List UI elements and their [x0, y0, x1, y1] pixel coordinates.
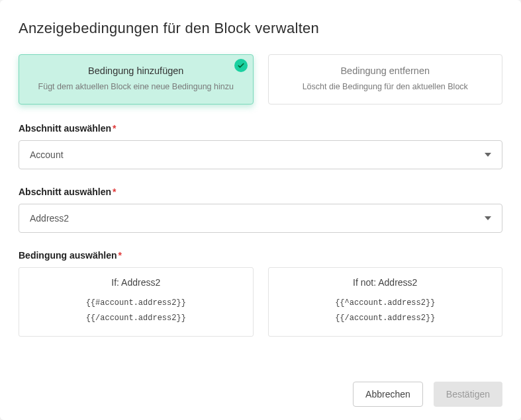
- modal-footer: Abbrechen Bestätigen: [353, 382, 502, 407]
- select-section-2-value: Address2: [30, 213, 69, 224]
- field-section-1-label-text: Abschnitt auswählen: [19, 123, 111, 134]
- modal-title: Anzeigebedingungen für den Block verwalt…: [19, 20, 502, 37]
- condition-options-row: If: Address2 {{#account.address2}} {{/ac…: [19, 267, 502, 337]
- select-section-2[interactable]: Address2: [19, 204, 502, 233]
- chevron-down-icon: [485, 153, 491, 157]
- field-condition-label-text: Bedingung auswählen: [19, 250, 117, 261]
- option-remove-condition[interactable]: Bedingung entfernen Löscht die Bedingung…: [268, 54, 503, 105]
- required-asterisk: *: [118, 250, 122, 261]
- condition-ifnot[interactable]: If not: Address2 {{^account.address2}} {…: [268, 267, 503, 337]
- select-section-1[interactable]: Account: [19, 140, 502, 169]
- condition-if[interactable]: If: Address2 {{#account.address2}} {{/ac…: [19, 267, 254, 337]
- manage-conditions-modal: Anzeigebedingungen für den Block verwalt…: [0, 0, 521, 420]
- required-asterisk: *: [113, 187, 116, 197]
- chevron-down-icon: [485, 216, 491, 220]
- option-remove-desc: Löscht die Bedingung für den aktuellen B…: [281, 81, 491, 93]
- option-add-title: Bedingung hinzufügen: [31, 65, 241, 76]
- field-section-1: Abschnitt auswählen* Account: [19, 123, 502, 169]
- condition-ifnot-code: {{^account.address2}} {{/account.address…: [275, 296, 496, 326]
- condition-ifnot-title: If not: Address2: [275, 277, 496, 288]
- field-section-2-label-text: Abschnitt auswählen: [19, 187, 111, 197]
- field-section-2-label: Abschnitt auswählen*: [19, 187, 502, 197]
- condition-if-title: If: Address2: [26, 277, 246, 288]
- field-condition: Bedingung auswählen* If: Address2 {{#acc…: [19, 250, 502, 337]
- field-section-2: Abschnitt auswählen* Address2: [19, 187, 502, 233]
- option-add-condition[interactable]: Bedingung hinzufügen Fügt dem aktuellen …: [19, 54, 254, 105]
- condition-if-code: {{#account.address2}} {{/account.address…: [26, 296, 246, 326]
- required-asterisk: *: [113, 123, 116, 134]
- confirm-button[interactable]: Bestätigen: [434, 382, 502, 407]
- option-row: Bedingung hinzufügen Fügt dem aktuellen …: [19, 54, 502, 105]
- field-section-1-label: Abschnitt auswählen*: [19, 123, 502, 134]
- select-section-1-value: Account: [30, 149, 64, 160]
- cancel-button[interactable]: Abbrechen: [353, 382, 423, 407]
- option-remove-title: Bedingung entfernen: [281, 65, 491, 76]
- check-icon: [234, 59, 248, 72]
- option-add-desc: Fügt dem aktuellen Block eine neue Bedin…: [31, 81, 241, 93]
- field-condition-label: Bedingung auswählen*: [19, 250, 502, 261]
